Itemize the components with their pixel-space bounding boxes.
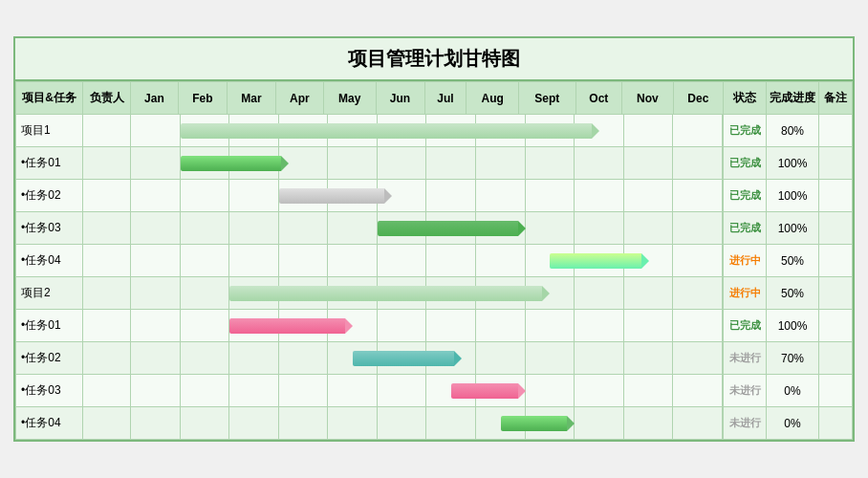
gantt-bar-area bbox=[131, 277, 724, 310]
task-owner bbox=[83, 115, 131, 147]
gantt-chart: 项目管理计划甘特图 项目&任务 负责人 Jan Feb Mar Apr May … bbox=[13, 36, 855, 442]
header-row: 项目&任务 负责人 Jan Feb Mar Apr May Jun Jul Au… bbox=[16, 82, 853, 115]
task-progress: 80% bbox=[767, 115, 819, 147]
gantt-bar-area bbox=[131, 245, 724, 277]
gantt-bar-area bbox=[131, 407, 724, 440]
gantt-table: 项目&任务 负责人 Jan Feb Mar Apr May Jun Jul Au… bbox=[15, 81, 853, 440]
task-name: •任务02 bbox=[16, 342, 83, 375]
gantt-bar bbox=[181, 156, 281, 171]
gantt-bar-area bbox=[131, 147, 724, 180]
col-nov: Nov bbox=[622, 82, 673, 115]
task-remark bbox=[819, 147, 853, 180]
task-name: •任务01 bbox=[16, 147, 83, 180]
task-owner bbox=[83, 147, 131, 180]
task-status: 进行中 bbox=[724, 245, 767, 277]
col-dec: Dec bbox=[673, 82, 723, 115]
gantt-bar-area bbox=[131, 375, 724, 407]
task-remark bbox=[819, 342, 853, 375]
task-progress: 0% bbox=[767, 407, 819, 440]
task-status: 已完成 bbox=[724, 180, 767, 212]
task-remark bbox=[819, 180, 853, 212]
task-status: 已完成 bbox=[724, 310, 767, 342]
task-status: 未进行 bbox=[724, 342, 767, 375]
task-name: •任务02 bbox=[16, 180, 83, 212]
col-aug: Aug bbox=[467, 82, 519, 115]
task-owner bbox=[83, 212, 131, 245]
col-status: 状态 bbox=[724, 82, 767, 115]
gantt-bar bbox=[229, 318, 345, 334]
table-row: •任务01已完成100% bbox=[16, 147, 853, 180]
task-progress: 100% bbox=[767, 310, 819, 342]
task-progress: 50% bbox=[767, 277, 819, 310]
table-row: •任务03已完成100% bbox=[16, 212, 853, 245]
task-remark bbox=[819, 212, 853, 245]
gantt-bar bbox=[501, 416, 567, 431]
col-apr: Apr bbox=[276, 82, 324, 115]
gantt-bar bbox=[353, 351, 453, 366]
task-name: •任务01 bbox=[16, 310, 83, 342]
task-name: •任务04 bbox=[16, 407, 83, 440]
col-mar: Mar bbox=[227, 82, 275, 115]
gantt-bar-area bbox=[131, 310, 724, 342]
task-progress: 70% bbox=[767, 342, 819, 375]
task-name: 项目2 bbox=[16, 277, 83, 310]
task-remark bbox=[819, 310, 853, 342]
task-name: 项目1 bbox=[16, 115, 83, 147]
task-remark bbox=[819, 407, 853, 440]
task-progress: 100% bbox=[767, 180, 819, 212]
col-jan: Jan bbox=[131, 82, 179, 115]
gantt-bar bbox=[229, 286, 542, 301]
table-row: •任务01已完成100% bbox=[16, 310, 853, 342]
task-status: 已完成 bbox=[724, 115, 767, 147]
task-name: •任务04 bbox=[16, 245, 83, 277]
task-progress: 0% bbox=[767, 375, 819, 407]
table-row: •任务04进行中50% bbox=[16, 245, 853, 277]
task-status: 进行中 bbox=[724, 277, 767, 310]
gantt-bar bbox=[451, 383, 517, 399]
task-progress: 100% bbox=[767, 147, 819, 180]
task-status: 已完成 bbox=[724, 147, 767, 180]
col-jul: Jul bbox=[424, 82, 467, 115]
task-remark bbox=[819, 115, 853, 147]
table-row: •任务04未进行0% bbox=[16, 407, 853, 440]
gantt-bar bbox=[550, 253, 640, 269]
task-owner bbox=[83, 407, 131, 440]
table-row: •任务02已完成100% bbox=[16, 180, 853, 212]
task-owner bbox=[83, 277, 131, 310]
task-remark bbox=[819, 245, 853, 277]
col-oct: Oct bbox=[575, 82, 622, 115]
task-owner bbox=[83, 310, 131, 342]
task-remark bbox=[819, 375, 853, 407]
task-owner bbox=[83, 342, 131, 375]
chart-title: 项目管理计划甘特图 bbox=[15, 38, 853, 81]
col-sept: Sept bbox=[519, 82, 575, 115]
col-task: 项目&任务 bbox=[16, 82, 83, 115]
table-row: •任务02未进行70% bbox=[16, 342, 853, 375]
gantt-bar bbox=[378, 221, 518, 236]
task-progress: 100% bbox=[767, 212, 819, 245]
task-status: 已完成 bbox=[724, 212, 767, 245]
gantt-bar bbox=[181, 123, 592, 139]
gantt-bar-area bbox=[131, 180, 724, 212]
task-progress: 50% bbox=[767, 245, 819, 277]
task-status: 未进行 bbox=[724, 375, 767, 407]
gantt-bar-area bbox=[131, 115, 724, 147]
col-progress: 完成进度 bbox=[767, 82, 819, 115]
gantt-bar-area bbox=[131, 342, 724, 375]
col-jun: Jun bbox=[376, 82, 424, 115]
table-row: •任务03未进行0% bbox=[16, 375, 853, 407]
col-may: May bbox=[323, 82, 376, 115]
task-name: •任务03 bbox=[16, 375, 83, 407]
gantt-bar-area bbox=[131, 212, 724, 245]
task-remark bbox=[819, 277, 853, 310]
table-row: 项目1已完成80% bbox=[16, 115, 853, 147]
task-owner bbox=[83, 180, 131, 212]
col-remark: 备注 bbox=[819, 82, 853, 115]
task-owner bbox=[83, 375, 131, 407]
task-owner bbox=[83, 245, 131, 277]
task-status: 未进行 bbox=[724, 407, 767, 440]
task-name: •任务03 bbox=[16, 212, 83, 245]
col-feb: Feb bbox=[178, 82, 227, 115]
table-row: 项目2进行中50% bbox=[16, 277, 853, 310]
col-owner: 负责人 bbox=[83, 82, 131, 115]
